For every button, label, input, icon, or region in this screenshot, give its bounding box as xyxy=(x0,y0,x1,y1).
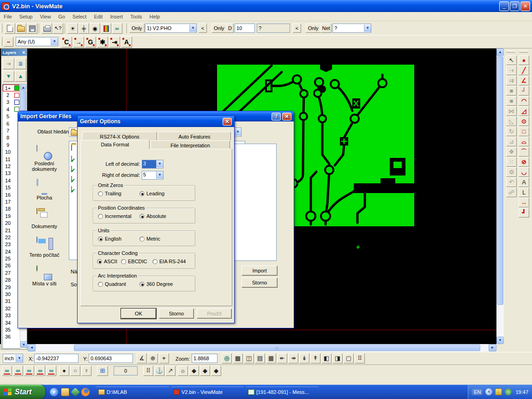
x-coordinate-field[interactable]: -0.942237 xyxy=(34,354,79,363)
draw-line-tool[interactable]: ╱ xyxy=(519,66,529,75)
place-my-computer[interactable]: Tento počítač xyxy=(22,237,66,258)
draw-rectangle-tool[interactable]: □ xyxy=(519,127,529,136)
draw-text-tool[interactable]: A xyxy=(519,177,529,187)
tile-vertical-button[interactable]: ◨ xyxy=(332,353,343,363)
menu-item[interactable]: Setup xyxy=(16,13,36,20)
dcode-input[interactable]: 10 xyxy=(235,24,255,33)
probe-point-button[interactable]: ⌖ xyxy=(159,353,169,363)
pad-dot-mode-button[interactable]: ◆ xyxy=(211,366,221,376)
anchor-button[interactable]: ⚓ xyxy=(154,366,164,376)
measure-tools-button[interactable]: ╪ xyxy=(79,23,89,34)
new-file-button[interactable] xyxy=(5,23,15,34)
pad-select-mode-button[interactable]: ◆ xyxy=(200,366,210,376)
layer-scroll-thumb[interactable] xyxy=(20,91,26,111)
tile-windows-button[interactable]: ⊞ xyxy=(97,366,108,376)
measure-angle-button[interactable]: ∡ xyxy=(137,353,147,363)
language-indicator[interactable]: EN xyxy=(472,389,483,395)
menu-item[interactable]: File xyxy=(0,13,16,20)
view-film-5-button[interactable]: ∞ xyxy=(46,366,56,376)
vertical-scrollbar[interactable]: ▲ ▼ xyxy=(496,48,504,344)
radio-360-degree[interactable] xyxy=(139,282,145,287)
radio-eia-rs244[interactable] xyxy=(152,259,157,264)
radio-absolute[interactable] xyxy=(139,214,145,219)
align-points-tool[interactable]: ⁙ xyxy=(506,157,517,167)
task-mlab-folder[interactable]: D:\MLAB xyxy=(96,387,169,398)
select-area-button[interactable]: ▢ xyxy=(344,353,354,363)
origin-crosshair-button[interactable]: ⊕ xyxy=(148,353,158,363)
undo-tool[interactable]: ↶ xyxy=(506,177,517,187)
pan-right-button[interactable]: ↠ xyxy=(288,353,298,363)
move-element-tool[interactable]: ❖ xyxy=(506,147,517,157)
internet-explorer-icon[interactable]: e xyxy=(50,388,58,396)
snap-move-tool[interactable]: ⇢ xyxy=(506,66,517,75)
draw-circle-tool[interactable]: ⊙ xyxy=(519,116,529,126)
radio-ascii[interactable] xyxy=(97,259,102,264)
scroll-right-icon[interactable]: ► xyxy=(489,344,496,351)
units-combobox[interactable]: inch ▼ xyxy=(3,354,23,363)
draw-point-tool[interactable]: ● xyxy=(519,55,529,65)
hide-icons-chevron[interactable]: < xyxy=(485,388,492,395)
close-icon[interactable]: ✕ xyxy=(22,50,25,55)
scroll-left-icon[interactable]: ◄ xyxy=(28,344,36,351)
layer-color-swatch[interactable] xyxy=(14,85,19,91)
cancel-button[interactable]: Storno xyxy=(242,278,278,288)
palette-grip[interactable] xyxy=(506,50,515,53)
rotate-tool[interactable]: ↻ xyxy=(506,127,517,136)
menu-item[interactable]: View xyxy=(36,13,54,20)
tab-file-interpretation[interactable]: File Interpretation xyxy=(151,140,230,149)
target-view-button[interactable]: ◉ xyxy=(90,23,100,34)
draw-arc-angle-tool[interactable]: ◠ xyxy=(519,96,529,106)
settings-tool[interactable]: ⚙ xyxy=(506,167,517,177)
view-film-2-button[interactable]: ∞ xyxy=(13,366,23,376)
chevron-down-icon[interactable]: ▼ xyxy=(189,24,196,32)
net-combobox[interactable]: ? ▼ xyxy=(332,24,371,33)
menu-item[interactable]: Edit xyxy=(90,13,106,20)
draw-corner-tool[interactable]: ┘ xyxy=(519,86,529,96)
only-dcode-button[interactable]: Only xyxy=(212,24,227,33)
scroll-down-icon[interactable]: ▼ xyxy=(496,337,504,344)
chevron-down-icon[interactable]: ▼ xyxy=(51,38,58,45)
draw-curve-tool[interactable]: ◡ xyxy=(519,167,529,177)
task-message[interactable]: [191-482-091] - Mess... xyxy=(246,387,319,398)
layer-move-down-button[interactable]: ▼ xyxy=(3,71,14,82)
scroll-up-icon[interactable]: ▲ xyxy=(496,48,504,56)
copy-move-tool[interactable]: ⇉ xyxy=(506,76,517,85)
layer-stack-button[interactable]: ≣ xyxy=(15,58,26,69)
filled-rect-tool[interactable]: ■ xyxy=(506,86,517,96)
left-of-decimal-combobox[interactable]: 3 ▼ xyxy=(142,160,163,169)
select-points-button[interactable]: ⠿ xyxy=(355,353,365,363)
select-cursor-tool[interactable]: ↖ xyxy=(506,55,517,65)
filter-combobox[interactable]: Any (U) ▼ xyxy=(16,37,58,46)
apply-button[interactable]: Použít xyxy=(197,308,232,319)
draw-chord-tool[interactable]: ⌓ xyxy=(519,137,529,146)
place-recent-documents[interactable]: Poslední dokumenty xyxy=(22,145,66,172)
menu-item[interactable]: Insert xyxy=(106,13,127,20)
menu-item[interactable]: Go xyxy=(54,13,69,20)
chevron-down-icon[interactable]: ▼ xyxy=(364,24,371,32)
pan-down-button[interactable]: ↡ xyxy=(299,353,309,363)
layer-color-swatch[interactable] xyxy=(14,100,19,105)
menu-item[interactable]: Help xyxy=(146,13,164,20)
place-desktop[interactable]: Plocha xyxy=(22,180,66,200)
help-icon[interactable]: ? xyxy=(272,113,281,121)
draw-arc-tool[interactable]: ⌒ xyxy=(519,147,529,157)
palette-grip[interactable] xyxy=(519,50,528,53)
firefox-icon[interactable] xyxy=(81,388,90,396)
inspect-view-button[interactable]: ∞ xyxy=(112,23,122,34)
radio-metric[interactable] xyxy=(139,236,145,242)
prev-layer-button[interactable]: < xyxy=(199,24,207,33)
view-film-1-button[interactable]: ∞ xyxy=(2,366,12,376)
chevron-down-icon[interactable]: ▼ xyxy=(156,160,163,168)
select-trace-button[interactable]: ⇥ xyxy=(109,36,120,48)
pad-mode-button[interactable]: ◆ xyxy=(189,366,199,376)
only-layer-button[interactable]: Only xyxy=(129,24,145,33)
lasso-select-tool[interactable]: ☍ xyxy=(506,187,517,197)
radio-quadrant[interactable] xyxy=(98,282,103,287)
folder-icon[interactable] xyxy=(61,388,69,396)
redraw-view-button[interactable]: ☀ xyxy=(67,23,78,34)
selection-filter-icon[interactable]: ▪▪ xyxy=(4,37,13,47)
pan-up-button[interactable]: ↟ xyxy=(310,353,320,363)
select-component-button[interactable]: C xyxy=(61,36,72,48)
draw-arc-triangle-tool[interactable]: ◿ xyxy=(519,106,529,116)
grid-toggle-button[interactable]: ▦ xyxy=(266,353,276,363)
